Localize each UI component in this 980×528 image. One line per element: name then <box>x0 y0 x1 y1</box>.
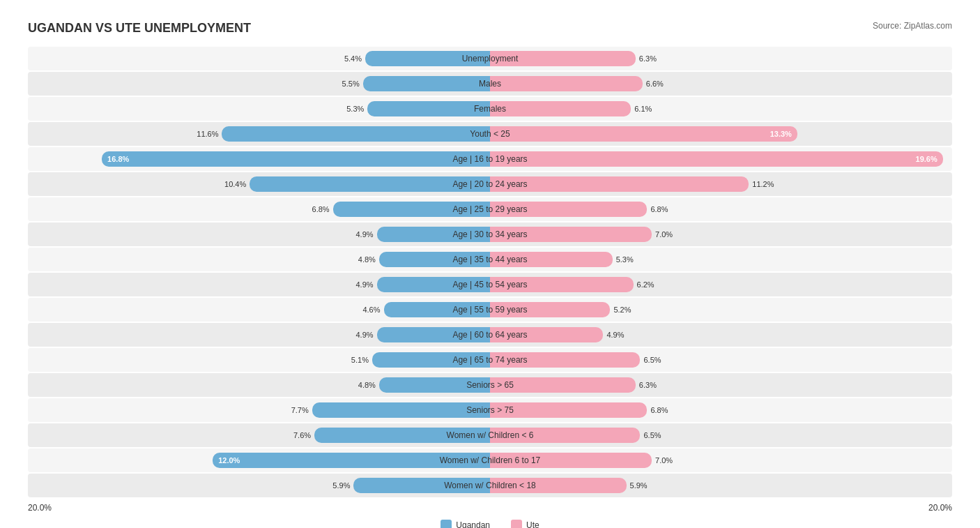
bar-row: 16.8%19.6%Age | 16 to 19 years <box>28 147 952 171</box>
bar-row: 11.6%13.3%Youth < 25 <box>28 122 952 146</box>
bar-value-left: 5.5% <box>342 80 360 88</box>
legend-ugandan: Ugandan <box>441 520 490 528</box>
bar-value-right: 4.9% <box>606 331 624 339</box>
bar-blue <box>222 126 490 142</box>
legend-color-ugandan <box>441 520 452 528</box>
bar-pink <box>490 101 631 116</box>
bar-row: 12.0%7.0%Women w/ Children 6 to 17 <box>28 448 952 472</box>
bar-value-left: 4.8% <box>358 255 376 264</box>
bar-value-right: 6.3% <box>639 381 657 389</box>
bar-blue <box>372 352 490 368</box>
chart-container: UGANDAN VS UTE UNEMPLOYMENT Source: ZipA… <box>14 14 966 528</box>
bar-row: 5.4%6.3%Unemployment <box>28 47 952 70</box>
bar-pink <box>490 277 634 292</box>
bar-blue <box>377 327 490 342</box>
bar-row: 5.3%6.1%Females <box>28 97 952 121</box>
bar-blue <box>379 252 490 267</box>
bar-value-left: 4.9% <box>356 331 374 339</box>
bar-value-left: 4.8% <box>358 381 376 389</box>
bar-blue <box>314 428 490 443</box>
legend: Ugandan Ute <box>28 520 952 528</box>
bar-pink <box>490 352 640 368</box>
bar-value-left: 4.9% <box>356 280 374 289</box>
bar-pink <box>490 252 613 267</box>
bar-value-right: 6.6% <box>646 80 664 88</box>
bar-value-right: 7.0% <box>655 456 673 465</box>
bar-blue <box>384 302 490 317</box>
bar-blue <box>365 51 490 66</box>
bar-value-left: 10.4% <box>224 180 246 188</box>
bar-value-right: 6.8% <box>650 406 668 414</box>
bar-value-right: 5.9% <box>630 481 648 490</box>
bar-pink <box>490 176 749 192</box>
bar-blue <box>353 478 490 493</box>
bar-row: 4.9%4.9%Age | 60 to 64 years <box>28 323 952 347</box>
bar-pink <box>490 76 643 91</box>
bar-value-right: 6.8% <box>650 205 668 213</box>
bar-pink: 19.6% <box>490 151 943 167</box>
bar-value-left: 4.6% <box>362 306 380 314</box>
bar-value-right: 5.3% <box>616 255 634 264</box>
bar-pink <box>490 478 627 493</box>
bar-pink <box>490 51 636 66</box>
bar-blue <box>367 101 490 116</box>
chart-area: 5.4%6.3%Unemployment5.5%6.6%Males5.3%6.1… <box>28 47 952 497</box>
bar-row: 7.7%6.8%Seniors > 75 <box>28 398 952 422</box>
bar-pink <box>490 453 652 468</box>
bar-value-right: 11.2% <box>752 180 774 188</box>
bar-blue <box>377 277 490 292</box>
bar-row: 5.5%6.6%Males <box>28 72 952 96</box>
bar-value-right: 6.1% <box>634 105 652 113</box>
bar-row: 5.9%5.9%Women w/ Children < 18 <box>28 474 952 497</box>
bar-blue <box>250 176 490 192</box>
bar-row: 4.9%6.2%Age | 45 to 54 years <box>28 273 952 296</box>
bar-value-left: 5.4% <box>344 54 362 63</box>
bar-value-left: 6.8% <box>312 205 330 213</box>
bar-blue: 16.8% <box>102 151 490 167</box>
bar-pink: 13.3% <box>490 126 797 142</box>
bar-value-left: 4.9% <box>356 230 374 239</box>
bar-value-left: 11.6% <box>197 130 218 138</box>
bar-pink <box>490 428 640 443</box>
axis-row: 20.0% 20.0% <box>28 503 952 513</box>
bar-blue <box>379 377 490 393</box>
legend-label-ute: Ute <box>526 520 539 528</box>
bar-row: 4.8%5.3%Age | 35 to 44 years <box>28 248 952 271</box>
bar-blue <box>312 402 490 418</box>
legend-ute: Ute <box>511 520 539 528</box>
bar-value-right: 5.2% <box>613 306 631 314</box>
bar-value-right: 6.2% <box>637 280 654 289</box>
bar-pink <box>490 302 610 317</box>
bar-pink <box>490 227 652 242</box>
chart-title: UGANDAN VS UTE UNEMPLOYMENT <box>28 21 251 36</box>
axis-right: 20.0% <box>928 503 952 513</box>
bar-blue <box>333 202 490 217</box>
bar-value-left: 7.6% <box>293 431 311 439</box>
bar-pink <box>490 327 603 342</box>
bar-row: 7.6%6.5%Women w/ Children < 6 <box>28 423 952 447</box>
chart-source: Source: ZipAtlas.com <box>873 21 952 31</box>
bar-value-left: 5.9% <box>332 481 350 490</box>
bar-row: 10.4%11.2%Age | 20 to 24 years <box>28 172 952 196</box>
bar-pink <box>490 402 647 418</box>
bar-row: 5.1%6.5%Age | 65 to 74 years <box>28 348 952 372</box>
bar-value-left: 7.7% <box>291 406 309 414</box>
legend-label-ugandan: Ugandan <box>456 520 490 528</box>
bar-row: 4.8%6.3%Seniors > 65 <box>28 373 952 397</box>
chart-header: UGANDAN VS UTE UNEMPLOYMENT Source: ZipA… <box>28 21 952 36</box>
bar-value-right: 6.5% <box>643 356 661 364</box>
bar-value-right: 6.5% <box>643 431 661 439</box>
axis-left: 20.0% <box>28 503 52 513</box>
legend-color-ute <box>511 520 522 528</box>
bar-row: 4.9%7.0%Age | 30 to 34 years <box>28 222 952 246</box>
bar-row: 6.8%6.8%Age | 25 to 29 years <box>28 197 952 221</box>
bar-pink <box>490 202 647 217</box>
bar-value-right: 7.0% <box>655 230 673 239</box>
bar-value-left: 5.1% <box>351 356 369 364</box>
bar-pink <box>490 377 636 393</box>
bar-value-right: 6.3% <box>639 54 657 63</box>
bar-blue <box>363 76 490 91</box>
bar-row: 4.6%5.2%Age | 55 to 59 years <box>28 298 952 322</box>
bar-value-left: 5.3% <box>346 105 364 113</box>
bar-blue <box>377 227 490 242</box>
